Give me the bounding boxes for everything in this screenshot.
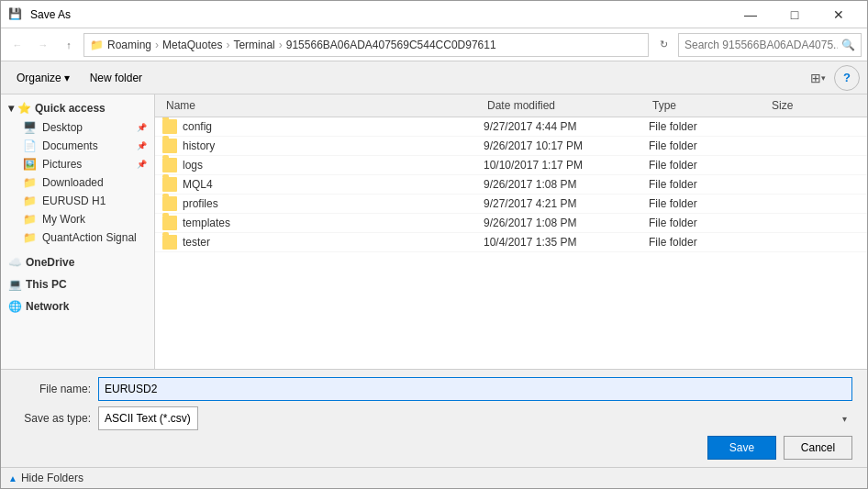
file-name: tester xyxy=(183,236,210,249)
thispc-icon: 💻 xyxy=(8,278,22,291)
downloaded-label: Downloaded xyxy=(42,176,104,189)
file-list: config 9/27/2017 4:44 PM File folder his… xyxy=(155,117,867,369)
file-name-cell: MQL4 xyxy=(162,177,484,192)
organize-chevron-icon: ▾ xyxy=(64,72,70,84)
col-date[interactable]: Date modified xyxy=(484,97,649,114)
address-path[interactable]: 📁 Roaming › MetaQuotes › Terminal › 9155… xyxy=(83,33,649,57)
file-name: profiles xyxy=(183,197,218,210)
mywork-label: My Work xyxy=(42,213,85,226)
file-name-cell: logs xyxy=(162,158,484,172)
path-sep-1: › xyxy=(155,39,159,51)
table-row[interactable]: history 9/26/2017 10:17 PM File folder xyxy=(155,137,867,156)
sidebar-item-documents[interactable]: 📄 Documents 📌 xyxy=(1,137,154,155)
window-title: Save As xyxy=(30,8,71,21)
address-bar: ← → ↑ 📁 Roaming › MetaQuotes › Terminal … xyxy=(1,28,867,61)
file-type: File folder xyxy=(649,120,768,133)
search-box[interactable]: 🔍 xyxy=(678,33,862,57)
col-name[interactable]: Name xyxy=(162,97,484,114)
sidebar-item-downloaded[interactable]: 📁 Downloaded xyxy=(1,173,154,192)
refresh-button[interactable]: ↻ xyxy=(652,34,674,56)
file-type: File folder xyxy=(649,178,768,191)
col-type[interactable]: Type xyxy=(649,97,768,114)
quick-access-header[interactable]: ▾ ⭐ Quick access xyxy=(1,98,154,118)
search-input[interactable] xyxy=(684,39,838,51)
desktop-icon: 🖥️ xyxy=(23,121,37,134)
file-name-cell: config xyxy=(162,119,484,134)
path-sep-2: › xyxy=(226,39,229,51)
save-as-dialog: 💾 Save As — □ ✕ ← → ↑ 📁 Roaming › MetaQu… xyxy=(0,0,868,489)
file-name-cell: profiles xyxy=(162,196,484,211)
new-folder-label: New folder xyxy=(90,72,142,84)
sidebar-item-mywork[interactable]: 📁 My Work xyxy=(1,210,154,228)
file-date: 9/26/2017 1:08 PM xyxy=(484,217,649,229)
path-sep-3: › xyxy=(279,39,283,51)
view-button[interactable]: ⊞ ▾ xyxy=(805,65,830,91)
path-part-guid: 915566BA06ADA407569C544CC0D97611 xyxy=(286,39,496,51)
onedrive-item[interactable]: ☁️ OneDrive xyxy=(1,252,154,272)
view-icon: ⊞ xyxy=(810,71,821,85)
organize-button[interactable]: Organize ▾ xyxy=(8,65,78,91)
pictures-pin-icon: 📌 xyxy=(137,160,147,169)
sidebar-item-quantaction[interactable]: 📁 QuantAction Signal xyxy=(1,228,154,247)
documents-pin-icon: 📌 xyxy=(137,141,147,150)
sidebar-item-eurusd[interactable]: 📁 EURUSD H1 xyxy=(1,192,154,210)
forward-button[interactable]: → xyxy=(32,34,54,56)
hide-folders-row[interactable]: ▲ Hide Folders xyxy=(1,467,867,488)
maximize-button[interactable]: □ xyxy=(773,1,816,28)
thispc-item[interactable]: 💻 This PC xyxy=(1,274,154,295)
downloaded-folder-icon: 📁 xyxy=(23,176,37,189)
file-name-cell: templates xyxy=(162,216,484,230)
column-header: Name Date modified Type Size xyxy=(155,94,867,117)
path-part-terminal: Terminal xyxy=(233,39,274,51)
folder-icon xyxy=(162,139,177,153)
thispc-label: This PC xyxy=(26,278,67,291)
file-name-label: File name: xyxy=(16,383,98,395)
path-folder-icon: 📁 xyxy=(90,39,104,51)
file-name: logs xyxy=(183,159,203,172)
quantaction-label: QuantAction Signal xyxy=(42,231,137,244)
window-icon: 💾 xyxy=(8,7,23,22)
network-icon: 🌐 xyxy=(8,300,22,313)
mywork-folder-icon: 📁 xyxy=(23,213,37,226)
eurusd-label: EURUSD H1 xyxy=(42,194,106,207)
save-as-type-select[interactable]: ASCII Text (*.csv) xyxy=(98,406,198,430)
onedrive-icon: ☁️ xyxy=(8,256,22,269)
folder-icon xyxy=(162,177,177,192)
file-name: MQL4 xyxy=(183,178,213,191)
file-name-cell: tester xyxy=(162,235,484,250)
table-row[interactable]: templates 9/26/2017 1:08 PM File folder xyxy=(155,214,867,233)
quick-access-chevron-icon: ▾ xyxy=(8,102,14,115)
network-item[interactable]: 🌐 Network xyxy=(1,296,154,317)
col-size[interactable]: Size xyxy=(768,97,860,114)
cancel-button[interactable]: Cancel xyxy=(784,436,852,460)
folder-icon xyxy=(162,119,177,134)
sidebar-item-desktop[interactable]: 🖥️ Desktop 📌 xyxy=(1,118,154,137)
file-name-row: File name: xyxy=(16,377,852,401)
hide-folders-chevron-icon: ▲ xyxy=(8,473,17,483)
save-button[interactable]: Save xyxy=(707,436,776,460)
file-date: 9/26/2017 1:08 PM xyxy=(484,178,649,191)
documents-label: Documents xyxy=(42,139,98,152)
select-arrow-icon: ▾ xyxy=(842,414,847,424)
table-row[interactable]: MQL4 9/26/2017 1:08 PM File folder xyxy=(155,175,867,194)
file-name: templates xyxy=(183,217,230,229)
file-date: 9/27/2017 4:21 PM xyxy=(484,197,649,210)
bottom-area: File name: Save as type: ASCII Text (*.c… xyxy=(1,369,867,467)
desktop-label: Desktop xyxy=(42,121,83,134)
file-area: Name Date modified Type Size config 9/27… xyxy=(155,94,867,369)
new-folder-button[interactable]: New folder xyxy=(82,65,150,91)
up-button[interactable]: ↑ xyxy=(58,34,80,56)
table-row[interactable]: profiles 9/27/2017 4:21 PM File folder xyxy=(155,194,867,214)
file-type: File folder xyxy=(649,159,768,172)
table-row[interactable]: logs 10/10/2017 1:17 PM File folder xyxy=(155,156,867,175)
quick-access-star-icon: ⭐ xyxy=(17,102,31,115)
file-name-input[interactable] xyxy=(98,377,852,401)
close-button[interactable]: ✕ xyxy=(818,1,860,28)
minimize-button[interactable]: — xyxy=(729,1,772,28)
table-row[interactable]: tester 10/4/2017 1:35 PM File folder xyxy=(155,233,867,252)
table-row[interactable]: config 9/27/2017 4:44 PM File folder xyxy=(155,117,867,137)
sidebar-item-pictures[interactable]: 🖼️ Pictures 📌 xyxy=(1,155,154,173)
help-button[interactable]: ? xyxy=(834,65,860,91)
back-button[interactable]: ← xyxy=(6,34,28,56)
network-label: Network xyxy=(26,300,69,313)
